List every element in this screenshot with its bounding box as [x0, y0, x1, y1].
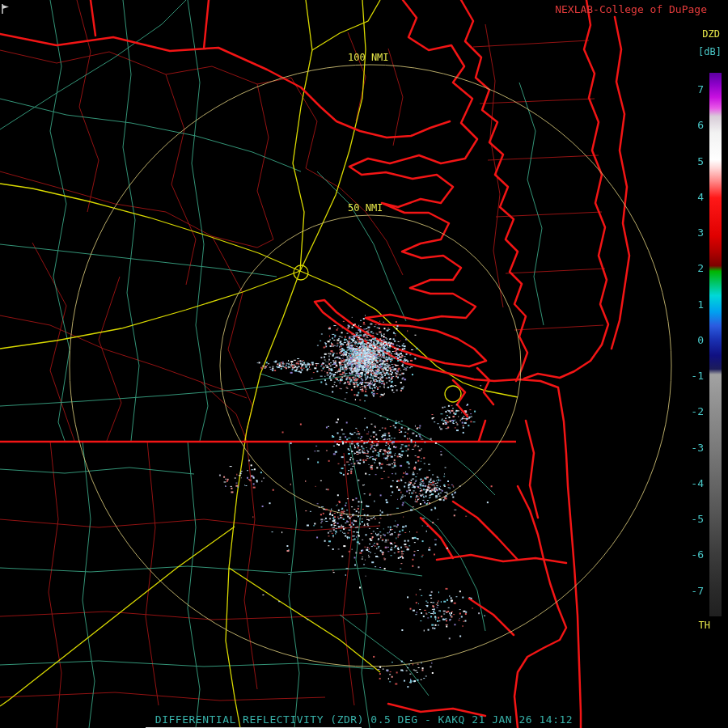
- colorbar-tick-label: -2: [675, 406, 704, 417]
- colorbar-product-code: DZD: [702, 29, 720, 39]
- colorbar-tick-label: -6: [675, 549, 704, 560]
- flag-icon: [0, 3, 11, 15]
- colorbar-tick-label: -5: [675, 514, 704, 524]
- colorbar-tick-label: 0: [675, 335, 704, 345]
- colorbar-threshold-label: TH: [699, 620, 710, 630]
- range-ring-label: 100 NMI: [348, 52, 389, 63]
- colorbar-tick-label: -4: [675, 478, 704, 489]
- colorbar-tick-label: 2: [675, 263, 704, 273]
- status-bar-text: DIFFERENTIAL REFLECTIVITY (ZDR) 0.5 DEG …: [0, 713, 728, 726]
- radar-echoes: [0, 0, 728, 728]
- colorbar-tick-label: 5: [675, 156, 704, 167]
- attribution-text: NEXLAB-College of DuPage: [555, 4, 707, 15]
- radar-display: NEXLAB-College of DuPage DZD [dB] 765432…: [0, 0, 728, 728]
- colorbar-tick-label: 4: [675, 192, 704, 202]
- colorbar-tick-label: -3: [675, 442, 704, 453]
- colorbar-tick-label: -1: [675, 370, 704, 381]
- colorbar-gradient: [709, 73, 722, 616]
- colorbar-tick-label: 7: [675, 84, 704, 95]
- colorbar-units-label: [dB]: [698, 47, 722, 57]
- colorbar-tick-label: -7: [675, 586, 704, 596]
- range-ring-label: 50 NMI: [348, 202, 383, 214]
- colorbar-tick-label: 3: [675, 227, 704, 238]
- colorbar-tick-label: 6: [675, 120, 704, 130]
- colorbar-tick-label: 1: [675, 299, 704, 310]
